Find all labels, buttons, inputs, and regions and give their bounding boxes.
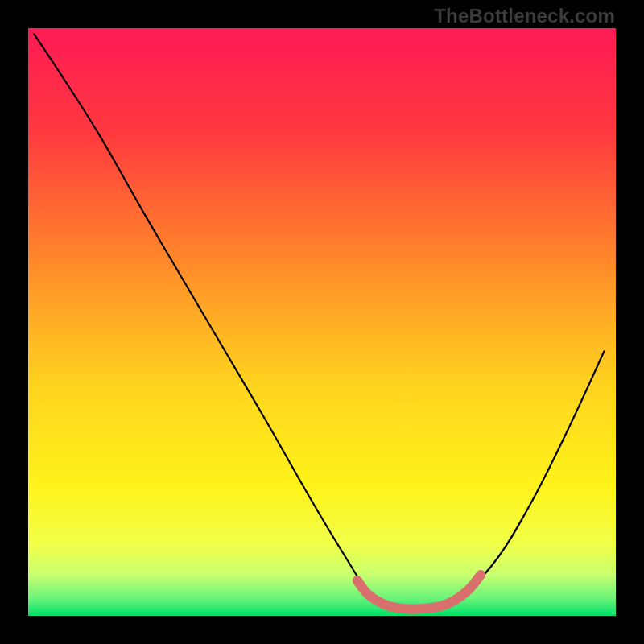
chart-svg bbox=[28, 28, 616, 616]
plot-area bbox=[28, 28, 616, 616]
gradient-background bbox=[28, 28, 616, 616]
watermark-text: TheBottleneck.com bbox=[434, 5, 615, 27]
chart-frame: TheBottleneck.com bbox=[0, 0, 644, 644]
